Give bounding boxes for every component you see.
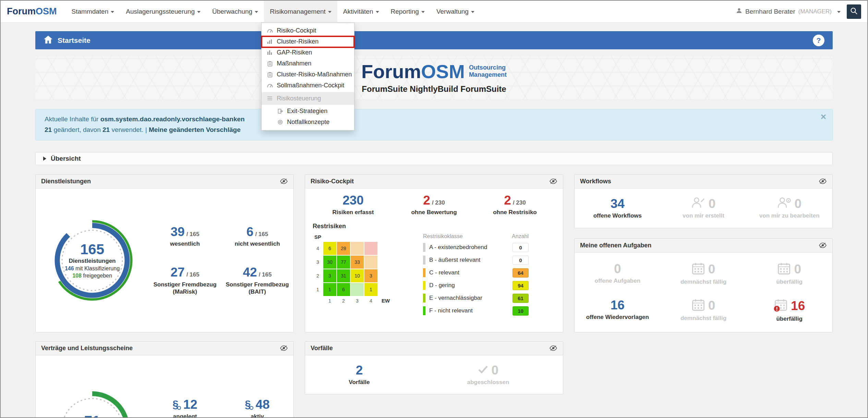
dropdown-item-massnahmen[interactable]: Maßnahmen: [262, 58, 354, 69]
stat-fremdbezug-bait: 42/ 165 Sonstiger Fremdbezug (BAIT): [221, 266, 293, 296]
card-title: Meine offenen Aufgaben: [580, 242, 651, 249]
content-container: Startseite ? ForumOSM Outsourcing Manage…: [35, 31, 833, 418]
bar-chart-icon: [266, 39, 273, 44]
info-alert: Aktuelle Inhalte für osm.system.dao.read…: [35, 109, 833, 140]
heatmap-cell: 10: [351, 269, 364, 282]
search-button[interactable]: [847, 4, 861, 19]
banner-subtitle: ForumSuite NightlyBuild ForumSuite: [362, 84, 506, 94]
page: ForumOSM Stammdaten Auslagerungssteuerun…: [0, 0, 868, 418]
uebersicht-panel-header[interactable]: Übersicht: [35, 152, 833, 165]
dropdown-item-exit-strategien[interactable]: Exit-Strategien: [262, 106, 354, 117]
menu-item-stammdaten[interactable]: Stammdaten: [66, 1, 120, 23]
stat-nicht-wesentlich: 6/ 165 nicht wesentlich: [221, 225, 293, 247]
hide-widget-eye-icon[interactable]: [549, 345, 557, 351]
dropdown-item-sollmassnahmen-cockpit[interactable]: Sollmaßnahmen-Cockpit: [262, 80, 354, 91]
hide-widget-eye-icon[interactable]: [819, 242, 827, 248]
calendar-icon: [692, 299, 705, 312]
heatmap-cell: 33: [351, 256, 364, 269]
clipboard-icon: [266, 61, 273, 66]
home-icon[interactable]: [44, 35, 53, 45]
heatmap-cell: 1: [364, 283, 377, 296]
exit-icon: [277, 109, 284, 114]
heatmap-y-axis-label: SP: [314, 234, 321, 240]
heatmap-cell: 28: [337, 242, 350, 255]
calendar-alert-icon: [774, 299, 787, 313]
stat-ohne-bewertung: 2/ 230 ohne Bewertung: [394, 194, 474, 216]
user-name: Bernhard Berater: [745, 8, 795, 15]
count-badge: 61: [513, 294, 529, 303]
chevron-down-icon: [471, 11, 474, 13]
alert-line2: 21 geändert, davon 21 verwendet. | Meine…: [45, 125, 823, 135]
hide-widget-eye-icon[interactable]: [819, 178, 827, 184]
stat-vorfaelle: 2 Vorfälle: [305, 364, 413, 386]
hide-widget-eye-icon[interactable]: [280, 345, 288, 351]
stat-fremdbezug-marisk: 27/ 165 Sonstiger Fremdbezug (MaRisk): [149, 266, 221, 296]
menu-item-verwaltung[interactable]: Verwaltung: [431, 1, 480, 23]
menu-item-ueberwachung[interactable]: Überwachung: [206, 1, 264, 23]
bar-chart-icon: [266, 50, 273, 55]
dienstleistungen-donut-chart: 165 Dienstleistungen 146 mit Klassifizie…: [36, 218, 149, 303]
card-title: Workflows: [580, 178, 611, 185]
heatmap-x-axis-label: EW: [382, 298, 390, 304]
banner-logo: ForumOSM Outsourcing Management: [361, 62, 507, 81]
app-logo-part1: Forum: [7, 6, 36, 16]
alert-source: osm.system.dao.readonly.vorschlaege-bank…: [100, 115, 245, 123]
menu-item-aktivitaeten[interactable]: Aktivitäten: [337, 1, 385, 23]
donut-total: 165: [36, 242, 149, 257]
stat-wesentlich: 39/ 165 wesentlich: [149, 225, 221, 247]
uebersicht-label: Übersicht: [51, 155, 81, 162]
dropdown-item-notfallkonzepte[interactable]: Notfallkonzepte: [262, 117, 354, 128]
menu-item-auslagerungssteuerung[interactable]: Auslagerungssteuerung: [120, 1, 206, 23]
class-color-bar: [423, 294, 425, 303]
check-icon: [478, 365, 488, 375]
menu-item-risikomanagement[interactable]: Risikomanagement Risiko-Cockpit Cluster-…: [264, 1, 337, 23]
app-logo[interactable]: ForumOSM: [7, 6, 57, 17]
card-vertraege-leistungsscheine: Verträge und Leistungsscheine 71 Verträg…: [35, 341, 294, 418]
app-banner: ForumOSM Outsourcing Management ForumSui…: [35, 56, 833, 100]
topbar: ForumOSM Stammdaten Auslagerungssteuerun…: [1, 1, 867, 23]
restrisiken-section-title: Restrisiken: [313, 223, 555, 230]
heatmap-cell: [351, 242, 364, 255]
user-edit-icon: [691, 197, 705, 210]
count-badge: 64: [513, 268, 529, 278]
card-title: Verträge und Leistungsscheine: [41, 345, 133, 352]
chevron-down-icon: [111, 11, 114, 13]
menu-item-reporting[interactable]: Reporting: [385, 1, 431, 23]
heatmap-cell: 6: [323, 242, 336, 255]
stat-offene-aufgaben: 0 offene Aufgaben: [575, 262, 661, 285]
risk-class-row: F - nicht relevant 10: [423, 305, 529, 317]
stat-risiken-erfasst: 230 Risiken erfasst: [313, 194, 394, 216]
banner-tagline: Outsourcing Management: [469, 64, 507, 78]
user-menu[interactable]: Bernhard Berater (MANAGER): [736, 8, 841, 15]
dropdown-item-cluster-risiko-massnahmen[interactable]: Cluster-Risiko-Maßnahmen: [262, 69, 354, 80]
donut-total: 71: [36, 414, 149, 418]
alert-close-button[interactable]: ×: [821, 112, 826, 122]
stat-aktiv: §48 aktiv: [221, 398, 293, 418]
donut-label: Dienstleistungen: [36, 258, 149, 265]
search-icon: [850, 7, 858, 16]
dropdown-item-risiko-cockpit[interactable]: Risiko-Cockpit: [262, 25, 354, 36]
stat-offene-workflows: 34 offene Workflows: [575, 197, 661, 219]
dropdown-item-gap-risiken[interactable]: GAP-Risiken: [262, 47, 354, 58]
user-info-icon: [777, 197, 791, 210]
class-color-bar: [423, 306, 425, 315]
card-workflows: Workflows 34 offene Workflows 0: [574, 174, 833, 228]
dropdown-item-cluster-risiken[interactable]: Cluster-Risiken: [262, 36, 354, 47]
heatmap-cell: [351, 283, 364, 296]
stat-aufgaben-demnaechst-faellig: 0 demnächst fällig: [661, 262, 747, 285]
stat-von-mir-zu-bearbeiten: 0 von mir zu bearbeiten: [746, 197, 832, 219]
chevron-right-icon: [43, 157, 46, 161]
help-button[interactable]: ?: [813, 35, 824, 46]
hide-widget-eye-icon[interactable]: [280, 178, 288, 184]
card-meine-offenen-aufgaben: Meine offenen Aufgaben 0 offene Aufgaben…: [574, 238, 833, 332]
main-menu: Stammdaten Auslagerungssteuerung Überwac…: [66, 1, 480, 23]
user-icon: [736, 8, 742, 15]
gauge-icon: [266, 28, 273, 33]
chevron-down-icon: [837, 11, 841, 13]
changed-proposals-link[interactable]: Meine geänderten Vorschläge: [149, 126, 241, 133]
risk-class-row: D - gering 94: [423, 279, 529, 292]
hide-widget-eye-icon[interactable]: [549, 178, 557, 184]
risk-class-row: B - äußerst relevant 0: [423, 254, 529, 267]
page-header-bar: Startseite ?: [35, 31, 833, 49]
heatmap-cell: 3: [323, 269, 336, 282]
